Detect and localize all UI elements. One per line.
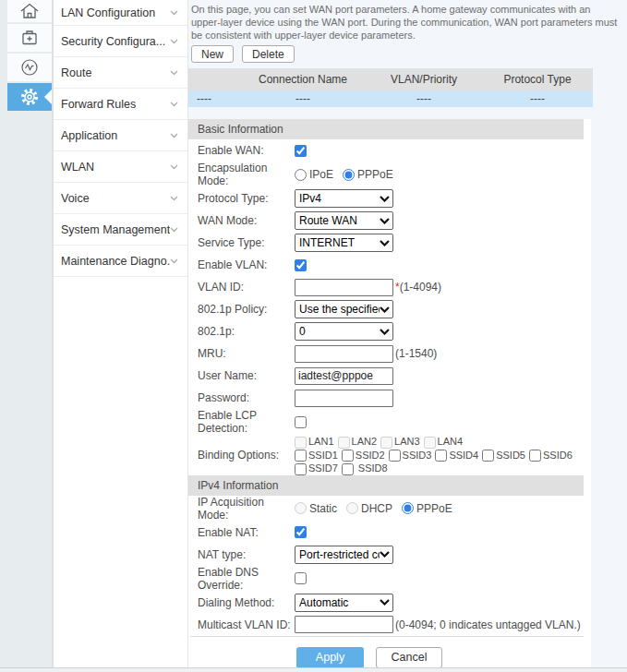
field-encapsulation-mode: Encapsulation Mode: IPoE PPPoE bbox=[188, 162, 591, 187]
protocol-type-select[interactable]: IPv4 bbox=[295, 189, 393, 208]
ssid4-checkbox[interactable] bbox=[435, 450, 447, 462]
nat-type-select[interactable]: Port-restricted cone bbox=[295, 546, 393, 564]
ssid8-checkbox[interactable] bbox=[342, 463, 354, 475]
field-label: 802.1p: bbox=[198, 325, 295, 338]
ssid5-checkbox[interactable] bbox=[482, 450, 494, 462]
chevron-down-icon bbox=[170, 164, 178, 170]
field-label: IP Acquisition Mode: bbox=[198, 496, 295, 522]
icon-rail bbox=[0, 0, 52, 672]
enable-wan-checkbox[interactable] bbox=[295, 145, 307, 157]
field-nat-type: NAT type: Port-restricted cone bbox=[188, 544, 591, 566]
select-value: INTERNET bbox=[299, 236, 380, 249]
select-value: IPv4 bbox=[299, 192, 380, 205]
checkbox-label: LAN2 bbox=[352, 436, 378, 447]
field-user-name: User Name: bbox=[188, 365, 591, 387]
menu-item-label: WLAN bbox=[61, 161, 170, 174]
field-password: Password: bbox=[188, 387, 591, 409]
radio-label: Static bbox=[309, 502, 337, 515]
menu-item-route[interactable]: Route bbox=[54, 57, 187, 89]
chevron-down-icon bbox=[170, 39, 178, 44]
connection-table: Connection Name VLAN/Priority Protocol T… bbox=[188, 68, 593, 107]
sidebar-diagnose-button[interactable] bbox=[7, 54, 52, 83]
checkbox-label: SSID1 bbox=[308, 450, 338, 461]
field-service-type: Service Type: INTERNET bbox=[188, 232, 591, 254]
field-label: 802.1p Policy: bbox=[198, 303, 295, 316]
field-label: Dialing Method: bbox=[198, 596, 295, 609]
cancel-button[interactable]: Cancel bbox=[376, 647, 442, 668]
dns-override-checkbox[interactable] bbox=[295, 572, 307, 584]
checkbox-label: SSID2 bbox=[356, 450, 385, 461]
checkbox-label: SSID4 bbox=[449, 450, 478, 461]
select-value: Route WAN bbox=[299, 214, 380, 227]
chevron-down-icon bbox=[170, 227, 178, 233]
toolkit-icon bbox=[19, 28, 40, 48]
ssid2-checkbox[interactable] bbox=[342, 450, 354, 462]
menu-item-voice[interactable]: Voice bbox=[54, 183, 187, 214]
field-label: Enable NAT: bbox=[198, 526, 295, 539]
field-label: Multicast VLAN ID: bbox=[198, 618, 295, 631]
menu-item-maintenance-diagnosis[interactable]: Maintenance Diagno.. bbox=[54, 246, 187, 277]
lan1-checkbox bbox=[295, 437, 307, 449]
field-enable-lcp-detection: Enable LCP Detection: bbox=[188, 409, 591, 435]
lcp-detection-checkbox[interactable] bbox=[295, 416, 307, 428]
menu-item-wlan[interactable]: WLAN bbox=[54, 151, 187, 183]
radio-label: IPoE bbox=[309, 168, 333, 181]
user-name-input[interactable] bbox=[295, 367, 393, 385]
menu-item-forward-rules[interactable]: Forward Rules bbox=[54, 89, 187, 120]
vlan-id-input[interactable] bbox=[295, 279, 393, 296]
new-button[interactable]: New bbox=[191, 45, 234, 63]
encapsulation-ipoe-radio[interactable] bbox=[295, 169, 307, 181]
diagnose-icon bbox=[19, 57, 40, 78]
app-window: LAN Configuration Security Configura... … bbox=[0, 0, 627, 672]
bottom-scrollbar-strip[interactable] bbox=[0, 667, 627, 672]
chevron-down-icon bbox=[380, 218, 390, 224]
menu-item-lan-configuration[interactable]: LAN Configuration bbox=[54, 0, 187, 26]
home-icon bbox=[19, 1, 40, 21]
sidebar-menu: LAN Configuration Security Configura... … bbox=[52, 0, 188, 672]
field-mru: MRU: (1-1540) bbox=[188, 342, 591, 365]
cell-connection-name: ---- bbox=[240, 90, 366, 107]
field-dialing-method: Dialing Method: Automatic bbox=[188, 592, 591, 614]
password-input[interactable] bbox=[295, 390, 393, 407]
field-label: Protocol Type: bbox=[198, 192, 295, 205]
apply-button[interactable]: Apply bbox=[296, 647, 364, 668]
enable-vlan-checkbox[interactable] bbox=[295, 259, 307, 271]
menu-item-application[interactable]: Application bbox=[54, 120, 187, 151]
ip-acquisition-pppoe-radio[interactable] bbox=[402, 502, 414, 514]
field-label: Enable DNS Override: bbox=[198, 566, 295, 592]
checkbox-label: SSID3 bbox=[403, 450, 432, 461]
sidebar-home-button[interactable] bbox=[7, 0, 52, 24]
field-label: User Name: bbox=[198, 369, 295, 382]
wan-mode-select[interactable]: Route WAN bbox=[295, 211, 393, 230]
ssid3-checkbox[interactable] bbox=[389, 450, 401, 462]
ssid7-checkbox[interactable] bbox=[295, 463, 307, 475]
table-row[interactable]: ---- ---- ---- ---- bbox=[188, 90, 593, 107]
sidebar-toolkit-button[interactable] bbox=[7, 24, 52, 54]
multicast-vlan-id-input[interactable] bbox=[295, 616, 393, 633]
menu-item-label: Application bbox=[61, 129, 170, 142]
ssid1-checkbox[interactable] bbox=[295, 450, 307, 462]
sidebar-settings-button[interactable] bbox=[7, 83, 52, 113]
ssid6-checkbox[interactable] bbox=[529, 450, 541, 462]
chevron-down-icon bbox=[380, 551, 390, 558]
field-enable-nat: Enable NAT: bbox=[188, 522, 591, 544]
encapsulation-pppoe-radio[interactable] bbox=[343, 169, 355, 181]
header-connection-name: Connection Name bbox=[240, 68, 366, 90]
chevron-down-icon bbox=[170, 102, 178, 107]
mru-input[interactable] bbox=[295, 345, 393, 363]
delete-button[interactable]: Delete bbox=[242, 45, 295, 63]
menu-item-label: Route bbox=[61, 66, 170, 79]
field-label: VLAN ID: bbox=[198, 281, 295, 294]
8021p-select[interactable]: 0 bbox=[295, 322, 393, 341]
dialing-method-select[interactable]: Automatic bbox=[295, 594, 393, 612]
enable-nat-checkbox[interactable] bbox=[295, 526, 307, 538]
service-type-select[interactable]: INTERNET bbox=[295, 234, 393, 252]
checkbox-label: LAN1 bbox=[308, 436, 334, 447]
8021p-policy-select[interactable]: Use the specified va bbox=[295, 300, 393, 318]
lan4-checkbox bbox=[424, 437, 436, 449]
select-value: 0 bbox=[299, 325, 380, 338]
toolbar: New Delete bbox=[191, 45, 627, 63]
menu-item-system-management[interactable]: System Management bbox=[54, 214, 187, 246]
chevron-down-icon bbox=[380, 306, 390, 313]
menu-item-security-configuration[interactable]: Security Configura... bbox=[54, 26, 187, 57]
